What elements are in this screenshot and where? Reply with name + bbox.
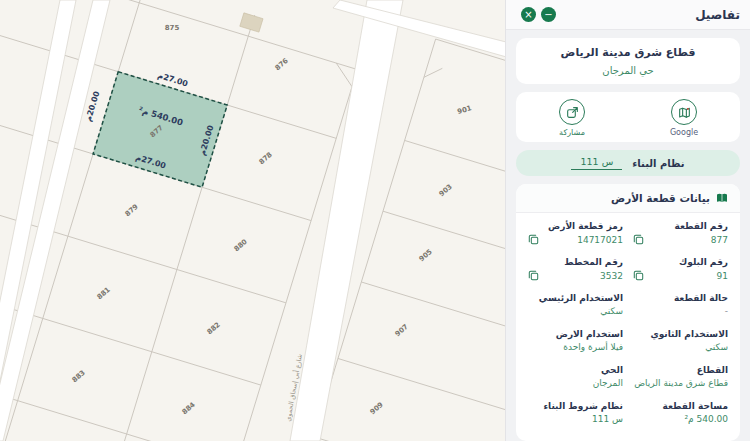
book-icon <box>716 192 728 204</box>
details-panel: تفاصيل − × قطاع شرق مدينة الرياض حي المر… <box>505 0 750 441</box>
share-icon <box>559 99 585 125</box>
field-label: نظام شروط البناء <box>528 401 623 411</box>
parcel-data-header: بيانات قطعة الأرض <box>516 184 740 213</box>
parcel-field: حالة القطعة - <box>633 293 728 323</box>
google-maps-icon <box>671 99 697 125</box>
map-container: 8758768788798808818828838849019039059079… <box>0 0 505 441</box>
field-value: 91 <box>717 271 728 281</box>
field-label: مساحة القطعة <box>633 401 728 411</box>
field-value: قطاع شرق مدينة الرياض <box>634 378 728 388</box>
field-label: حالة القطعة <box>633 293 728 303</box>
field-value: 3532 <box>600 271 623 281</box>
field-value: 14717021 <box>577 235 623 245</box>
copy-icon[interactable] <box>633 234 644 245</box>
field-value: 877 <box>711 235 728 245</box>
field-label: رقم المخطط <box>528 257 623 267</box>
parcel-field: القطاع قطاع شرق مدينة الرياض <box>633 365 728 395</box>
field-label: الاستخدام الرئيسي <box>528 293 623 303</box>
building-system-label: نظام البناء <box>632 158 684 169</box>
field-value: 540.00 م² <box>684 414 728 424</box>
field-label: رقم البلوك <box>633 257 728 267</box>
share-button[interactable]: مشاركة <box>516 99 628 137</box>
parcel-field: رقم البلوك 91 <box>633 257 728 287</box>
copy-icon[interactable] <box>528 234 539 245</box>
panel-header: تفاصيل − × <box>506 0 750 30</box>
copy-icon[interactable] <box>633 270 644 281</box>
field-value: سكني <box>600 306 623 316</box>
field-label: رقم القطعة <box>633 221 728 231</box>
building-system-value[interactable]: س 111 <box>571 156 622 170</box>
building-system-bar: نظام البناء س 111 <box>516 150 740 176</box>
close-button[interactable]: × <box>521 7 536 22</box>
field-value: سكني <box>705 342 728 352</box>
field-label: الاستخدام الثانوي <box>633 329 728 339</box>
minimize-button[interactable]: − <box>541 7 556 22</box>
field-value: المرجان <box>593 378 623 388</box>
parcel-field: نظام شروط البناء س 111 <box>528 401 623 431</box>
parcel-field: استخدام الارض فيلا أسرة واحدة <box>528 329 623 359</box>
field-value: فيلا أسرة واحدة <box>563 342 623 352</box>
share-label: مشاركة <box>559 128 585 137</box>
map-canvas[interactable]: 8758768788798808818828838849019039059079… <box>0 0 505 441</box>
field-value: س 111 <box>592 414 623 424</box>
field-value: - <box>725 306 728 316</box>
app-window: 8758768788798808818828838849019039059079… <box>0 0 750 441</box>
google-maps-label: Google <box>670 128 698 137</box>
parcel-field: رقم المخطط 3532 <box>528 257 623 287</box>
field-label: رمز قطعة الأرض <box>528 221 623 231</box>
parcel-number-label: 875 <box>165 24 180 32</box>
location-card: قطاع شرق مدينة الرياض حي المرجان <box>516 38 740 84</box>
field-label: الحي <box>528 365 623 375</box>
parcel-field: الاستخدام الرئيسي سكني <box>528 293 623 323</box>
district-subtitle: حي المرجان <box>522 65 734 76</box>
parcel-field: رقم القطعة 877 <box>633 221 728 251</box>
parcel-field: مساحة القطعة 540.00 م² <box>633 401 728 431</box>
parcel-fields-grid: رقم القطعة 877 رمز قطعة الأرض 14717021 ر… <box>516 213 740 441</box>
panel-title: تفاصيل <box>695 8 740 22</box>
parcel-data-card: بيانات قطعة الأرض رقم القطعة 877 رمز قطع… <box>516 184 740 441</box>
field-label: القطاع <box>633 365 728 375</box>
actions-card: Google مشاركة <box>516 92 740 142</box>
parcel-data-title: بيانات قطعة الأرض <box>611 192 710 204</box>
parcel-field: الحي المرجان <box>528 365 623 395</box>
sector-title: قطاع شرق مدينة الرياض <box>522 46 734 59</box>
parcel-field: رمز قطعة الأرض 14717021 <box>528 221 623 251</box>
copy-icon[interactable] <box>528 270 539 281</box>
parcel-field: الاستخدام الثانوي سكني <box>633 329 728 359</box>
field-label: استخدام الارض <box>528 329 623 339</box>
google-maps-button[interactable]: Google <box>628 99 740 137</box>
